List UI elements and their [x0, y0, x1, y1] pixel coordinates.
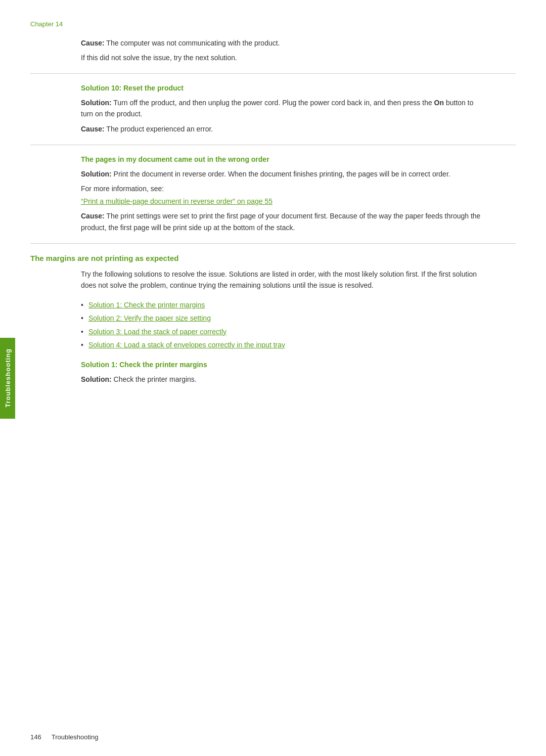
footer-page-number: 146	[30, 733, 41, 741]
divider-2	[30, 145, 516, 145]
intro-cause-block: Cause: The computer was not communicatin…	[81, 38, 485, 63]
chapter-label: Chapter 14	[30, 20, 516, 28]
solution-1-body: Solution: Check the printer margins.	[81, 374, 485, 385]
note-text: If this did not solve the issue, try the…	[81, 53, 485, 63]
margins-section: The margins are not printing as expected…	[30, 254, 516, 385]
cause-line-10: Cause: The product experienced an error.	[81, 124, 485, 135]
sidebar-label: Troubleshooting	[4, 348, 12, 408]
bullet-1: Solution 1: Check the printer margins	[81, 299, 516, 310]
reverse-order-link[interactable]: “Print a multiple-page document in rever…	[81, 197, 485, 205]
solution-1-indent: Solution 1: Check the printer margins So…	[81, 361, 485, 385]
cause-label-10: Cause:	[81, 125, 105, 133]
bullet-2: Solution 2: Verify the paper size settin…	[81, 313, 516, 324]
solution-10-section: Solution 10: Reset the product Solution:…	[30, 84, 516, 135]
footer: 146 Troubleshooting	[30, 733, 516, 741]
page: Chapter 14 Cause: The computer was not c…	[0, 0, 546, 756]
footer-section-label: Troubleshooting	[52, 733, 99, 741]
cause-label-wo: Cause:	[81, 212, 105, 220]
solution-1-text: Check the printer margins.	[114, 375, 197, 383]
for-more-text: For more information, see:	[81, 184, 485, 194]
cause-text: The computer was not communicating with …	[106, 39, 280, 47]
solution-10-text: Turn off the product, and then unplug th…	[81, 99, 473, 118]
cause-label: Cause:	[81, 39, 105, 47]
divider-3	[30, 243, 516, 244]
wrong-order-cause-body: Cause: The print settings were set to pr…	[81, 210, 485, 233]
wrong-order-solution-body: Solution: Print the document in reverse …	[81, 168, 485, 180]
wrong-order-indent: The pages in my document came out in the…	[81, 155, 485, 233]
wrong-order-cause-text: The print settings were set to print the…	[81, 212, 480, 231]
margins-intro: Try the following solutions to resolve t…	[81, 269, 485, 291]
bullet-link-2[interactable]: Solution 2: Verify the paper size settin…	[88, 313, 211, 324]
solution-10-body: Solution: Turn off the product, and then…	[81, 97, 485, 120]
bullet-link-4[interactable]: Solution 4: Load a stack of envelopes co…	[88, 339, 285, 350]
wrong-order-solution-text: Print the document in reverse order. Whe…	[114, 170, 450, 178]
cause-line: Cause: The computer was not communicatin…	[81, 38, 485, 49]
solution-1-heading: Solution 1: Check the printer margins	[81, 361, 485, 369]
wrong-order-heading: The pages in my document came out in the…	[81, 155, 485, 163]
divider-1	[30, 73, 516, 74]
solution-10-indent: Solution 10: Reset the product Solution:…	[81, 84, 485, 135]
sidebar: Troubleshooting	[0, 338, 15, 419]
solution-10-heading: Solution 10: Reset the product	[81, 84, 485, 92]
wrong-order-section: The pages in my document came out in the…	[30, 155, 516, 233]
margins-heading: The margins are not printing as expected	[30, 254, 516, 262]
cause-text-10: The product experienced an error.	[106, 125, 213, 133]
solution-label-wo: Solution:	[81, 170, 112, 178]
bullet-3: Solution 3: Load the stack of paper corr…	[81, 326, 516, 337]
bullet-link-3[interactable]: Solution 3: Load the stack of paper corr…	[88, 326, 226, 337]
solution-label-1: Solution:	[81, 375, 112, 383]
bullet-link-1[interactable]: Solution 1: Check the printer margins	[88, 299, 205, 310]
bullet-4: Solution 4: Load a stack of envelopes co…	[81, 339, 516, 350]
solution-label-10: Solution:	[81, 99, 112, 107]
margins-bullets: Solution 1: Check the printer margins So…	[81, 299, 516, 351]
